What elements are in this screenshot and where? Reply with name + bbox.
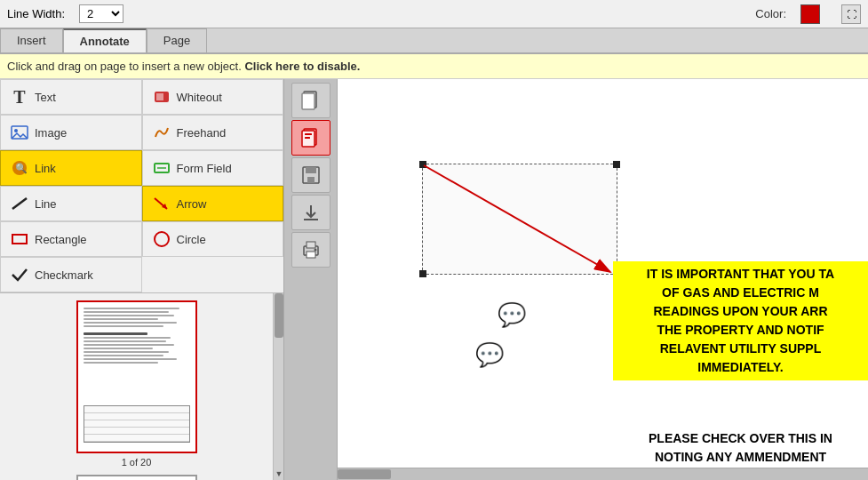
- image-icon: [10, 123, 29, 142]
- tool-circle-label: Circle: [177, 233, 206, 246]
- main-layout: T Text Whiteout Image: [0, 79, 868, 480]
- svg-rect-27: [307, 252, 315, 258]
- thumbnail-2-image: [76, 475, 197, 480]
- left-panel: T Text Whiteout Image: [0, 79, 284, 480]
- tool-whiteout-label: Whiteout: [177, 91, 222, 104]
- normal-text: PLEASE CHECK OVER THIS IN NOTING ANY AMM…: [620, 429, 861, 468]
- highlighted-section: IT IS IMPORTANT THAT YOU TA OF GAS AND E…: [613, 261, 868, 380]
- thumbnail-1-image: [76, 300, 197, 453]
- tool-checkmark[interactable]: Checkmark: [0, 257, 142, 292]
- svg-point-28: [314, 249, 316, 252]
- svg-rect-23: [307, 177, 315, 183]
- tool-freehand[interactable]: Freehand: [142, 115, 284, 150]
- svg-rect-19: [305, 133, 312, 135]
- tab-annotate[interactable]: Annotate: [63, 28, 147, 52]
- tool-checkmark-label: Checkmark: [35, 268, 93, 282]
- tool-circle[interactable]: Circle: [142, 221, 284, 257]
- svg-rect-16: [302, 93, 315, 109]
- sidebar-pages-button[interactable]: [291, 83, 330, 118]
- sidebar-print-button[interactable]: [291, 232, 330, 268]
- svg-rect-11: [12, 235, 27, 244]
- handle-tr[interactable]: [613, 161, 620, 168]
- toolbar: Line Width: 2 1 3 4 Color: ⛶: [0, 0, 868, 28]
- tool-link-label: Link: [35, 162, 56, 175]
- tool-arrow-label: Arrow: [177, 197, 207, 211]
- doc-line-6: IMMEDIATELY.: [620, 358, 861, 377]
- svg-text:🔍: 🔍: [15, 162, 28, 174]
- whiteout-icon: [152, 87, 171, 107]
- thumbnail-2[interactable]: [75, 475, 199, 480]
- document-page: 💬 💬 IT IS IMPORTANT THAT YOU TA OF GAS A…: [338, 79, 868, 468]
- highlighted-text: IT IS IMPORTANT THAT YOU TA OF GAS AND E…: [620, 265, 861, 377]
- svg-point-12: [155, 232, 169, 246]
- tool-rectangle[interactable]: Rectangle: [0, 221, 142, 257]
- hint-bar[interactable]: Click and drag on page to insert a new o…: [0, 54, 868, 79]
- thumbnail-scroll-area[interactable]: 1 of 20: [0, 293, 273, 480]
- right-sidebar: [284, 79, 338, 480]
- line-width-label: Line Width:: [7, 7, 65, 20]
- doc-line-7: PLEASE CHECK OVER THIS IN: [620, 429, 861, 448]
- sidebar-bookmarks-button[interactable]: [291, 120, 330, 156]
- rectangle-icon: [10, 229, 29, 249]
- handle-tl[interactable]: [419, 161, 426, 168]
- tool-arrow[interactable]: Arrow: [142, 186, 284, 221]
- svg-rect-1: [156, 93, 163, 100]
- doc-line-4: THE PROPERTY AND NOTIF: [620, 321, 861, 340]
- doc-line-5: RELAVENT UTILITY SUPPL: [620, 340, 861, 358]
- line-width-select[interactable]: 2 1 3 4: [79, 4, 123, 23]
- hint-disable-link[interactable]: Click here to disable.: [244, 60, 360, 73]
- svg-rect-26: [307, 242, 315, 248]
- comment-icon-1[interactable]: 💬: [498, 301, 526, 329]
- tool-rectangle-label: Rectangle: [35, 233, 87, 246]
- document-canvas: 💬 💬 IT IS IMPORTANT THAT YOU TA OF GAS A…: [338, 79, 868, 480]
- freehand-icon: [152, 123, 171, 142]
- comment-icon-2[interactable]: 💬: [475, 341, 504, 369]
- scroll-down-arrow[interactable]: ▼: [274, 468, 283, 480]
- line-icon: [10, 194, 29, 213]
- color-picker[interactable]: [800, 4, 820, 24]
- tool-formfield-label: Form Field: [177, 162, 232, 175]
- circle-icon: [152, 229, 171, 249]
- h-scroll-thumb[interactable]: [338, 469, 391, 479]
- tool-freehand-label: Freehand: [177, 126, 227, 140]
- hint-text: Click and drag on page to insert a new o…: [7, 60, 360, 73]
- color-label: Color:: [755, 7, 786, 20]
- thumbnail-1-table: [84, 405, 190, 443]
- sidebar-save-button[interactable]: [291, 157, 330, 193]
- vertical-scrollbar[interactable]: ▼: [273, 293, 283, 480]
- text-icon: T: [10, 87, 29, 107]
- tool-whiteout[interactable]: Whiteout: [142, 79, 284, 115]
- tab-insert[interactable]: Insert: [0, 28, 63, 52]
- arrow-icon: [152, 194, 171, 213]
- tool-formfield[interactable]: Form Field: [142, 150, 284, 186]
- scroll-thumb[interactable]: [275, 293, 283, 338]
- checkmark-icon: [10, 265, 29, 284]
- tool-text-label: Text: [35, 91, 56, 104]
- svg-point-3: [14, 129, 18, 132]
- svg-rect-20: [305, 137, 310, 139]
- svg-line-8: [12, 198, 27, 209]
- selection-box[interactable]: [422, 164, 617, 275]
- doc-line-8: NOTING ANY AMMENDMENT: [620, 448, 861, 467]
- doc-line-1: IT IS IMPORTANT THAT YOU TA: [620, 265, 861, 284]
- tool-image[interactable]: Image: [0, 115, 142, 150]
- doc-line-3: READINGS UPON YOUR ARR: [620, 302, 861, 321]
- tool-text[interactable]: T Text: [0, 79, 142, 115]
- tab-page[interactable]: Page: [147, 28, 207, 52]
- sidebar-download-button[interactable]: [291, 195, 330, 230]
- doc-line-2: OF GAS AND ELECTRIC M: [620, 284, 861, 302]
- tool-line-label: Line: [35, 197, 57, 211]
- document-view: 💬 💬 IT IS IMPORTANT THAT YOU TA OF GAS A…: [338, 79, 868, 480]
- tool-image-label: Image: [35, 126, 67, 140]
- fullscreen-button[interactable]: ⛶: [841, 4, 861, 24]
- thumbnail-1[interactable]: 1 of 20: [75, 300, 199, 468]
- tool-link[interactable]: 🔍 Link: [0, 150, 142, 186]
- formfield-icon: [152, 158, 171, 178]
- tab-bar: Insert Annotate Page: [0, 28, 868, 54]
- handle-bl[interactable]: [419, 270, 426, 277]
- horizontal-scrollbar[interactable]: [338, 468, 868, 480]
- svg-rect-22: [306, 167, 316, 173]
- tool-line[interactable]: Line: [0, 186, 142, 221]
- tool-grid: T Text Whiteout Image: [0, 79, 283, 293]
- normal-section: PLEASE CHECK OVER THIS IN NOTING ANY AMM…: [613, 426, 868, 468]
